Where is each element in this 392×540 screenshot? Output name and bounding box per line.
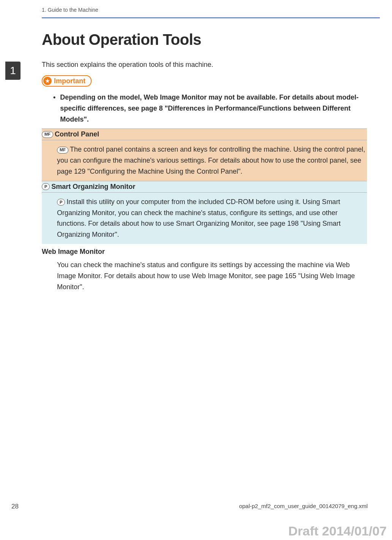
- mf-body-text: The control panel contains a screen and …: [57, 146, 365, 175]
- p-section-title: Smart Organizing Monitor: [51, 183, 135, 191]
- page-footer: 28 opal-p2_mf2_com_user_guide_00142079_e…: [11, 503, 368, 510]
- draft-watermark: Draft 2014/01/07: [288, 524, 387, 538]
- important-label-text: Important: [54, 77, 85, 85]
- mf-section-body: MFThe control panel contains a screen an…: [42, 140, 367, 181]
- bullet-dot-icon: •: [53, 92, 55, 125]
- chapter-number: 1: [10, 65, 16, 77]
- mf-badge-icon: MF: [42, 131, 53, 138]
- p-body-text: Install this utility on your computer fr…: [57, 198, 341, 238]
- important-bullet-text: Depending on the model, Web Image Monito…: [60, 92, 367, 125]
- mf-badge-inline-icon: MF: [57, 147, 68, 154]
- p-badge-inline-icon: P: [57, 199, 65, 206]
- mf-section-header: MF Control Panel: [42, 128, 367, 140]
- p-section-body: PInstall this utility on your computer f…: [42, 193, 367, 244]
- intro-text: This section explains the operation tool…: [42, 60, 367, 70]
- important-bullet: • Depending on the model, Web Image Moni…: [53, 92, 367, 125]
- page-content: About Operation Tools This section expla…: [42, 31, 367, 296]
- breadcrumb-text: 1. Guide to the Machine: [42, 7, 98, 13]
- web-section-body: You can check the machine's status and c…: [42, 258, 367, 296]
- p-badge-icon: P: [42, 183, 50, 190]
- source-filename: opal-p2_mf2_com_user_guide_00142079_eng.…: [239, 503, 368, 510]
- page-number: 28: [11, 503, 19, 510]
- important-callout: Important: [42, 75, 92, 87]
- web-section-title: Web Image Monitor: [42, 244, 367, 258]
- svg-marker-0: [45, 79, 50, 83]
- p-section-header: P Smart Organizing Monitor: [42, 181, 367, 193]
- chapter-breadcrumb: 1. Guide to the Machine: [42, 7, 380, 18]
- mf-section-title: Control Panel: [55, 130, 99, 138]
- chapter-tab: 1: [5, 62, 21, 80]
- page-title: About Operation Tools: [42, 31, 367, 48]
- star-icon: [43, 77, 52, 85]
